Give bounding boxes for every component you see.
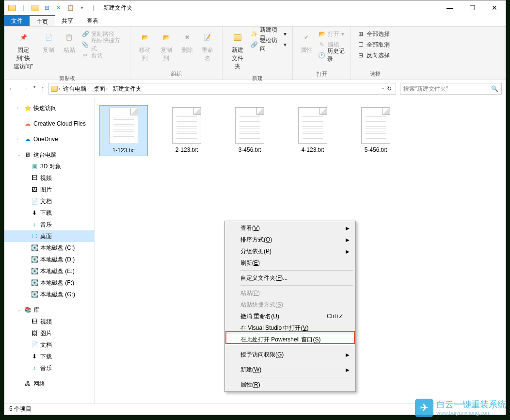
minimize-button[interactable]: — <box>439 0 461 15</box>
delete-icon: ✖ <box>179 30 195 45</box>
sidebar-network[interactable]: 🖧网络 <box>4 378 94 389</box>
sidebar-lib-documents[interactable]: 📄文档 <box>4 339 94 351</box>
copy-button[interactable]: 📄复制 <box>38 29 59 55</box>
file-item[interactable]: 2-123.txt <box>162 105 211 156</box>
lib-icon: 📚 <box>24 306 32 314</box>
breadcrumb-folder[interactable]: 新建文件夹 <box>111 85 143 93</box>
file-item[interactable]: 5-456.txt <box>351 105 400 156</box>
sidebar-quick-access[interactable]: ›⭐快速访问 <box>4 102 94 114</box>
address-bar[interactable]: › 这台电脑› 桌面› 新建文件夹 ⌄ ↻ <box>48 83 396 95</box>
tab-file[interactable]: 文件 <box>4 15 30 26</box>
new-group-label: 新建 <box>223 74 292 84</box>
file-item[interactable]: 1-123.txt <box>99 105 148 156</box>
ctx-new[interactable]: 新建(W)▶ <box>226 364 354 375</box>
new-folder-button[interactable]: 新建 文件夹 <box>226 29 249 72</box>
paste-icon[interactable]: 📋 <box>65 3 75 13</box>
select-all-button[interactable]: ⊞全部选择 <box>355 29 392 39</box>
close-icon[interactable]: ✕ <box>54 3 64 13</box>
clipboard-group-label: 剪贴板 <box>4 74 130 84</box>
ctx-properties[interactable]: 属性(R) <box>226 379 354 390</box>
sidebar-onedrive[interactable]: ›☁OneDrive <box>4 133 94 145</box>
sidebar-diskf[interactable]: 💽本地磁盘 (F:) <box>4 277 94 289</box>
sidebar-videos[interactable]: 🎞视频 <box>4 172 94 184</box>
sidebar-lib-downloads[interactable]: ⬇下载 <box>4 351 94 362</box>
properties-button[interactable]: ✔属性 <box>297 29 316 55</box>
copy-to-button[interactable]: 📂复制到 <box>156 29 177 64</box>
sidebar-lib-pictures[interactable]: 🖼图片 <box>4 327 94 339</box>
new-folder-icon[interactable] <box>31 3 40 13</box>
sidebar-ccf[interactable]: ☁Creative Cloud Files <box>4 118 94 129</box>
file-item[interactable]: 3-456.txt <box>225 105 274 156</box>
status-text: 5 个项目 <box>9 405 32 413</box>
disk-icon: 💽 <box>31 244 38 252</box>
ctx-refresh[interactable]: 刷新(E) <box>226 257 354 269</box>
forward-button[interactable]: → <box>21 84 29 93</box>
sidebar-diskg[interactable]: 💽本地磁盘 (G:) <box>4 289 94 300</box>
history-icon: 🕑 <box>318 51 325 59</box>
sidebar-lib-videos[interactable]: 🎞视频 <box>4 316 94 327</box>
tab-view[interactable]: 查看 <box>80 15 105 26</box>
cut-button[interactable]: ✂剪切 <box>80 50 126 61</box>
watermark-logo-icon: ✈ <box>415 399 433 417</box>
select-all-icon[interactable]: ⊞ <box>42 3 52 13</box>
sidebar-music[interactable]: ♪音乐 <box>4 219 94 230</box>
pc-icon: 🖥 <box>24 151 32 159</box>
sidebar-diske[interactable]: 💽本地磁盘 (E:) <box>4 265 94 277</box>
delete-button[interactable]: ✖删除 <box>177 29 197 55</box>
sidebar-documents[interactable]: 📄文档 <box>4 195 94 207</box>
breadcrumb-desktop[interactable]: 桌面› <box>92 85 110 93</box>
paste-button[interactable]: 📋粘贴 <box>59 29 80 55</box>
refresh-icon[interactable]: ↻ <box>387 85 392 92</box>
ctx-undo[interactable]: 撤消 重命名(U)Ctrl+Z <box>226 310 354 322</box>
ctx-powershell[interactable]: 在此处打开 Powershell 窗口(S) <box>226 334 354 345</box>
txt-icon <box>361 107 390 144</box>
sidebar-diskc[interactable]: 💽本地磁盘 (C:) <box>4 242 94 254</box>
watermark: ✈ 白云一键重装系统 www.baiyunxitong.com <box>415 399 506 417</box>
tab-share[interactable]: 共享 <box>55 15 80 26</box>
rename-button[interactable]: 📝重命名 <box>197 29 218 64</box>
breadcrumb-thispc[interactable]: 这台电脑› <box>61 85 91 93</box>
txt-icon <box>172 107 201 144</box>
ctx-view[interactable]: 查看(V)▶ <box>226 222 354 234</box>
selall-icon: ⊞ <box>357 30 365 38</box>
network-icon: 🖧 <box>24 380 32 388</box>
up-button[interactable]: ↑ <box>41 84 45 93</box>
organize-group-label: 组织 <box>130 69 222 80</box>
sidebar-thispc[interactable]: ⌄🖥这台电脑 <box>4 149 94 161</box>
ctx-grant[interactable]: 授予访问权限(G)▶ <box>226 349 354 360</box>
search-input[interactable]: 搜索"新建文件夹" 🔍 <box>400 83 502 95</box>
sidebar-lib-music[interactable]: ♪音乐 <box>4 362 94 374</box>
folder-icon <box>7 3 17 13</box>
file-item[interactable]: 4-123.txt <box>288 105 337 156</box>
titlebar: | ⊞ ✕ 📋 ▼ | 新建文件夹 — ☐ ✕ <box>4 0 506 15</box>
sidebar-diskd[interactable]: 💽本地磁盘 (D:) <box>4 254 94 265</box>
sidebar-libraries[interactable]: ⌄📚库 <box>4 304 94 316</box>
close-button[interactable]: ✕ <box>483 0 506 15</box>
sidebar-desktop[interactable]: 🖵桌面 <box>4 230 94 242</box>
pin-button[interactable]: 📌固定到"快 速访问" <box>8 29 38 72</box>
history-button[interactable]: 🕑历史记录 <box>316 50 347 61</box>
ctx-customize[interactable]: 自定义文件夹(F)... <box>226 272 354 284</box>
maximize-button[interactable]: ☐ <box>461 0 483 15</box>
paste-shortcut-button[interactable]: 📎粘贴快捷方式 <box>80 39 126 50</box>
recent-dropdown[interactable]: ▾ <box>33 84 36 93</box>
ctx-visualstudio[interactable]: 在 Visual Studio 中打开(V) <box>226 322 354 334</box>
edit-icon: ✎ <box>318 41 326 48</box>
dl-icon: ⬇ <box>31 209 38 217</box>
qat-dropdown-icon[interactable]: ▼ <box>77 3 87 13</box>
sidebar-downloads[interactable]: ⬇下载 <box>4 207 94 219</box>
ctx-group[interactable]: 分组依据(P)▶ <box>226 245 354 257</box>
easy-access-button[interactable]: 🔗轻松访问 ▾ <box>249 39 288 50</box>
ctx-paste: 粘贴(P) <box>226 287 354 299</box>
ctx-sort[interactable]: 排序方式(O)▶ <box>226 234 354 245</box>
back-button[interactable]: ← <box>8 84 16 93</box>
move-to-button[interactable]: 📂移动到 <box>134 29 156 64</box>
sidebar-pictures[interactable]: 🖼图片 <box>4 184 94 195</box>
sidebar-3d[interactable]: ▣3D 对象 <box>4 161 94 172</box>
select-none-button[interactable]: ☐全部取消 <box>355 39 392 50</box>
open-button[interactable]: 📂打开 ▾ <box>316 29 347 39</box>
invert-button[interactable]: ⊟反向选择 <box>355 50 392 61</box>
tab-home[interactable]: 主页 <box>30 15 55 26</box>
paste-big-icon: 📋 <box>62 30 77 45</box>
addr-dropdown-icon[interactable]: ⌄ <box>381 85 385 92</box>
